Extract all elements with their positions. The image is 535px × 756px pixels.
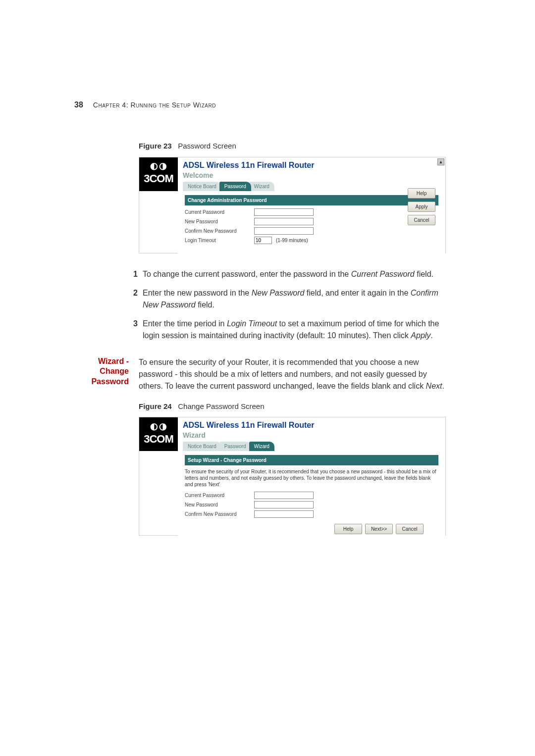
step-1-text: To change the current password, enter th… xyxy=(143,268,446,280)
cancel-button[interactable]: Cancel xyxy=(396,524,424,534)
figure-24-caption: Figure 24 Change Password Screen xyxy=(139,401,446,412)
step-number: 2 xyxy=(129,287,138,311)
panel-heading: Setup Wizard - Change Password xyxy=(185,455,438,465)
label-new-password: New Password xyxy=(185,218,254,225)
router-title: ADSL Wireless 11n Firewall Router xyxy=(183,419,440,431)
tabs-row: Notice Board Password Wizard xyxy=(183,442,440,451)
scroll-up-icon[interactable]: ▲ xyxy=(437,158,444,165)
tab-notice-board[interactable]: Notice Board xyxy=(183,182,221,191)
step-1: 1 To change the current password, enter … xyxy=(129,268,446,280)
figure-24-screenshot: ◐◑ 3COM ADSL Wireless 11n Firewall Route… xyxy=(139,417,446,536)
step-2-text: Enter the new password in the New Passwo… xyxy=(143,287,446,311)
new-password-field[interactable] xyxy=(254,501,314,508)
screenshot-header: ◐◑ 3COM ADSL Wireless 11n Firewall Route… xyxy=(139,417,445,451)
side-buttons: Help Apply Cancel xyxy=(408,188,435,225)
brand-logo: ◐◑ 3COM xyxy=(139,417,178,451)
wizard-change-password-section: Wizard - Change Password To ensure the s… xyxy=(74,356,446,392)
row-confirm-password: Confirm New Password xyxy=(185,510,438,518)
figure-23-title: Password Screen xyxy=(178,142,236,150)
tab-notice-board[interactable]: Notice Board xyxy=(183,442,221,451)
page-header: 38 Chapter 4: Running the Setup Wizard xyxy=(74,99,446,111)
logo-text: 3COM xyxy=(144,170,173,187)
page-number: 38 xyxy=(74,99,83,111)
step-number: 1 xyxy=(129,268,138,280)
next-button[interactable]: Next>> xyxy=(365,524,393,534)
info-text: To ensure the security of your Router, i… xyxy=(185,468,438,488)
login-timeout-field[interactable] xyxy=(254,237,272,244)
row-new-password: New Password xyxy=(185,501,438,508)
figure-24-label: Figure 24 xyxy=(139,402,172,410)
label-login-timeout: Login Timeout xyxy=(185,237,254,244)
step-number: 3 xyxy=(129,318,138,342)
bottom-buttons: Help Next>> Cancel xyxy=(185,524,424,534)
logo-text: 3COM xyxy=(144,431,173,447)
label-current-password: Current Password xyxy=(185,492,254,499)
cancel-button[interactable]: Cancel xyxy=(408,215,435,225)
password-panel: Change Administration Password Current P… xyxy=(178,191,445,266)
title-block: ADSL Wireless 11n Firewall Router Wizard… xyxy=(178,417,445,451)
label-current-password: Current Password xyxy=(185,208,254,216)
tab-password[interactable]: Password xyxy=(219,182,251,191)
confirm-password-field[interactable] xyxy=(254,227,314,235)
apply-button[interactable]: Apply xyxy=(408,202,435,212)
confirm-password-field[interactable] xyxy=(254,510,314,518)
brand-logo: ◐◑ 3COM xyxy=(139,157,178,191)
row-confirm-password: Confirm New Password xyxy=(185,227,438,235)
steps-list: 1 To change the current password, enter … xyxy=(129,268,446,342)
wizard-panel: Setup Wizard - Change Password To ensure… xyxy=(178,451,445,554)
row-login-timeout: Login Timeout (1-99 minutes) xyxy=(185,237,438,244)
label-new-password: New Password xyxy=(185,501,254,508)
title-block: ADSL Wireless 11n Firewall Router Welcom… xyxy=(178,157,445,191)
current-password-field[interactable] xyxy=(254,492,314,499)
help-button[interactable]: Help xyxy=(334,524,362,534)
figure-24-title: Change Password Screen xyxy=(178,402,264,410)
side-heading: Wizard - Change Password xyxy=(74,356,129,387)
section-subtitle: Wizard xyxy=(183,430,440,441)
figure-23-caption: Figure 23 Password Screen xyxy=(139,141,446,152)
section-paragraph: To ensure the security of your Router, i… xyxy=(139,356,446,392)
figure-23-label: Figure 23 xyxy=(139,142,172,150)
figure-23-screenshot: ▲ ◐◑ 3COM ADSL Wireless 11n Firewall Rou… xyxy=(139,157,446,253)
row-new-password: New Password xyxy=(185,218,438,225)
row-current-password: Current Password xyxy=(185,208,438,216)
tab-wizard[interactable]: Wizard xyxy=(249,442,274,451)
step-2: 2 Enter the new password in the New Pass… xyxy=(129,287,446,311)
chapter-title: Chapter 4: Running the Setup Wizard xyxy=(93,100,216,110)
help-button[interactable]: Help xyxy=(408,188,435,199)
step-3: 3 Enter the time period in Login Timeout… xyxy=(129,318,446,342)
logo-icon: ◐◑ xyxy=(150,161,167,170)
tab-wizard[interactable]: Wizard xyxy=(249,182,274,191)
step-3-text: Enter the time period in Login Timeout t… xyxy=(143,318,446,342)
label-confirm-password: Confirm New Password xyxy=(185,510,254,518)
section-subtitle: Welcome xyxy=(183,170,440,181)
router-title: ADSL Wireless 11n Firewall Router xyxy=(183,159,440,171)
screenshot-header: ◐◑ 3COM ADSL Wireless 11n Firewall Route… xyxy=(139,157,445,191)
timeout-unit: (1-99 minutes) xyxy=(276,237,308,244)
row-current-password: Current Password xyxy=(185,492,438,499)
label-confirm-password: Confirm New Password xyxy=(185,227,254,235)
panel-heading: Change Administration Password xyxy=(185,195,438,205)
logo-icon: ◐◑ xyxy=(150,422,167,431)
new-password-field[interactable] xyxy=(254,218,314,225)
current-password-field[interactable] xyxy=(254,208,314,216)
tabs-row: Notice Board Password Wizard xyxy=(183,182,440,191)
tab-password[interactable]: Password xyxy=(219,442,251,451)
